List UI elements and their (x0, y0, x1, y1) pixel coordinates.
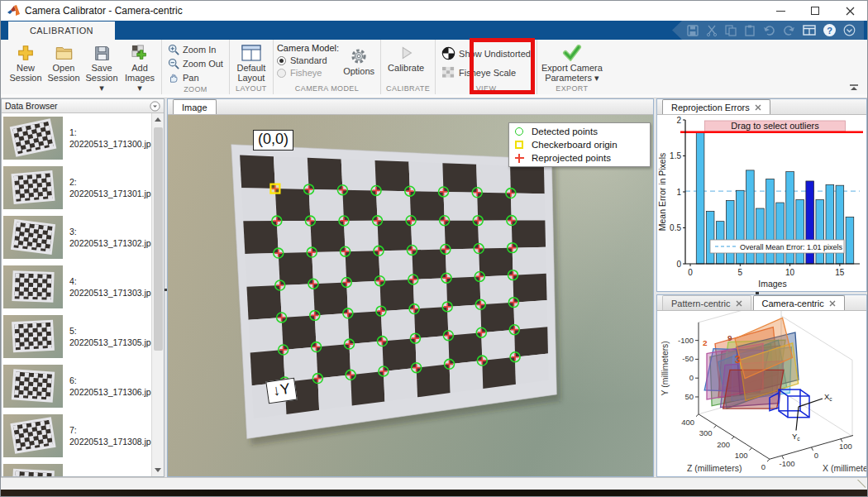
scroll-down-button[interactable] (152, 464, 165, 476)
ribbon-group-calibrate: Calibrate CALIBRATE (381, 40, 436, 94)
tab-pattern-centric[interactable]: Pattern-centric (662, 295, 751, 310)
close-tab-icon[interactable] (829, 300, 836, 307)
data-browser-header: Data Browser (2, 99, 164, 113)
copy-icon[interactable] (725, 25, 737, 36)
fisheye-radio[interactable]: Fisheye (277, 68, 339, 78)
add-images-button[interactable]: AddImages ▾ (122, 41, 158, 93)
scroll-up-icon (155, 117, 161, 122)
tab-calibration[interactable]: CALIBRATION (7, 21, 116, 40)
image-filename: 20220513_171300.jpg (69, 138, 151, 150)
svg-text:200: 200 (717, 440, 730, 449)
y-axis-label: Y (millimeters) (661, 341, 670, 395)
image-index: 1: (69, 127, 151, 138)
image-thumbnail (3, 166, 63, 209)
open-session-button[interactable]: OpenSession (45, 41, 82, 83)
image-list-item[interactable]: 2:20220513_171301.jpg (2, 163, 151, 213)
legend-reprojected-points: Reprojected points (514, 153, 645, 163)
svg-text:2: 2 (676, 116, 681, 125)
save-session-icon (93, 45, 111, 62)
svg-text:-50: -50 (682, 354, 694, 363)
camera-centric-plot[interactable]: -100-50050Y (millimeters)4003002001000Z … (657, 311, 866, 476)
save-icon[interactable] (687, 25, 699, 36)
undo-icon[interactable] (763, 25, 775, 36)
show-undistorted-button[interactable]: Show Undistorted (439, 45, 533, 61)
resize-grip[interactable] (857, 480, 866, 488)
export-camera-parameters-button[interactable]: Export CameraParameters ▾ (541, 41, 603, 83)
main-area: Data Browser 1:20220513_171300.jpg2:2022… (1, 98, 867, 477)
zoom-out-icon (168, 58, 179, 69)
cut-icon[interactable] (706, 25, 718, 36)
image-list-item[interactable]: 7:20220513_171308.jpg (2, 411, 151, 461)
maximize-button[interactable] (798, 1, 832, 21)
minimize-icon (776, 11, 785, 12)
tab-image[interactable]: Image (173, 99, 217, 114)
close-button[interactable] (832, 1, 867, 21)
image-list-item[interactable]: 8: (2, 461, 151, 476)
tab-reprojection-errors[interactable]: Reprojection Errors (662, 99, 770, 114)
fisheye-scale-button[interactable]: Fisheye Scale (439, 65, 533, 79)
horizontal-splitter[interactable] (656, 292, 867, 294)
calibrate-play-icon (397, 44, 415, 62)
reprojected-point-icon (515, 154, 524, 163)
paste-icon[interactable] (744, 25, 756, 36)
fisheye-scale-icon (441, 66, 455, 79)
panel-menu-icon[interactable] (150, 101, 160, 112)
svg-text:0.5: 0.5 (670, 223, 681, 232)
data-browser-title: Data Browser (5, 101, 58, 111)
svg-text:400: 400 (681, 418, 694, 427)
close-tab-icon[interactable] (755, 104, 761, 111)
image-filename: 20220513_171305.jpg (69, 337, 151, 348)
image-index: 2: (69, 176, 151, 188)
collapse-ribbon-icon[interactable] (849, 84, 859, 92)
svg-text:5: 5 (738, 268, 743, 277)
quick-access-toolbar: ? (672, 21, 864, 40)
reprojection-errors-chart[interactable]: Drag to select outliers00.511.52051015Im… (657, 115, 866, 291)
new-session-icon (17, 44, 35, 62)
pan-button[interactable]: Pan (165, 71, 226, 84)
scroll-down-icon (155, 468, 161, 472)
image-list-item[interactable]: 6:20220513_171306.jpg (2, 361, 151, 411)
outlier-band-label: Drag to select outliers (731, 121, 819, 131)
image-list-item[interactable]: 1:20220513_171300.jpg (2, 113, 151, 163)
help-icon[interactable]: ? (823, 24, 836, 36)
image-list-item[interactable]: 5:20220513_171305.jpg (2, 312, 151, 361)
group-label-camera-model: CAMERA MODEL (277, 84, 377, 94)
image-index: 5: (69, 325, 151, 337)
close-tab-icon[interactable] (736, 300, 742, 307)
default-layout-button[interactable]: DefaultLayout (233, 41, 269, 83)
calibration-image[interactable]: (0,0) ↓Y Detected points Checkerboard or… (168, 115, 653, 476)
scrollbar-thumb[interactable] (154, 127, 163, 351)
group-label-layout: LAYOUT (233, 84, 269, 94)
standard-radio[interactable]: Standard (277, 55, 339, 65)
redo-icon[interactable] (783, 25, 795, 36)
new-session-button[interactable]: NewSession (7, 41, 44, 83)
title-bar: Camera Calibrator - Camera-centric (1, 1, 867, 21)
origin-marker-icon (515, 141, 523, 149)
tab-camera-centric[interactable]: Camera-centric (753, 295, 845, 310)
svg-text:100: 100 (735, 452, 748, 461)
scroll-up-button[interactable] (152, 113, 165, 126)
status-bar (1, 477, 867, 490)
zoom-out-button[interactable]: Zoom Out (165, 57, 226, 70)
image-panel: Image (0,0) ↓Y Detected points Checkerbo… (167, 98, 654, 477)
save-session-button[interactable]: SaveSession ▾ (83, 41, 120, 93)
image-list-item[interactable]: 3:20220513_171302.jpg (2, 213, 151, 262)
data-browser-panel: Data Browser 1:20220513_171300.jpg2:2022… (1, 98, 165, 477)
image-list-item[interactable]: 4:20220513_171303.jpg (2, 262, 151, 312)
toolbar-options-icon[interactable] (843, 24, 856, 36)
vertical-splitter-right[interactable] (654, 98, 656, 477)
pattern-number-label: 3 (735, 354, 741, 366)
vertical-splitter[interactable] (165, 98, 167, 477)
svg-text:0: 0 (761, 462, 765, 471)
calibrate-button[interactable]: Calibrate (384, 41, 427, 73)
minimize-button[interactable] (763, 1, 798, 21)
show-undistorted-icon (441, 46, 455, 60)
app-window: Camera Calibrator - Camera-centric CALIB… (0, 0, 868, 497)
layout-icon[interactable] (803, 25, 816, 36)
image-thumbnail (3, 216, 63, 259)
svg-text:0: 0 (689, 373, 694, 382)
options-button[interactable]: Options (341, 41, 377, 76)
zoom-in-button[interactable]: Zoom In (165, 43, 226, 56)
data-browser-scrollbar[interactable] (151, 113, 164, 476)
image-thumbnail (3, 265, 63, 308)
